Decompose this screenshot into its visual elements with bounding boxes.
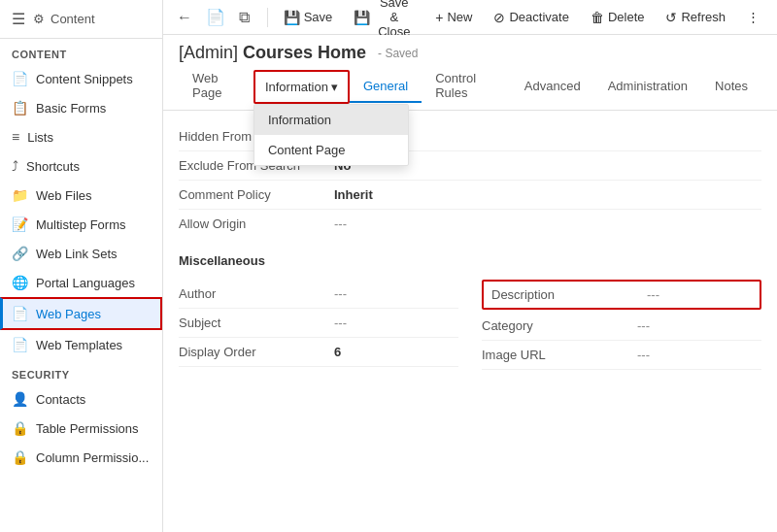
delete-label: Delete — [608, 10, 645, 24]
dropdown-content-page-label: Content Page — [268, 143, 346, 157]
more-button[interactable]: ⋮ — [737, 6, 769, 28]
sidebar-item-portal-languages[interactable]: 🌐 Portal Languages — [0, 268, 162, 297]
tab-general[interactable]: General — [350, 71, 422, 103]
sidebar-header: ☰ ⚙ Content — [0, 0, 162, 39]
sidebar-item-contacts[interactable]: 👤 Contacts — [0, 384, 162, 414]
comment-policy-row: Comment Policy Inherit — [179, 181, 761, 210]
sidebar-item-shortcuts[interactable]: ⤴ Shortcuts — [0, 151, 162, 181]
sidebar-item-lists[interactable]: ≡ Lists — [0, 122, 162, 151]
sidebar-item-content-snippets[interactable]: 📄 Content Snippets — [0, 64, 162, 93]
chevron-down-icon: ▾ — [331, 80, 338, 94]
page-header: [Admin] Courses Home - Saved — [163, 35, 777, 63]
sidebar-item-table-permissions[interactable]: 🔒 Table Permissions — [0, 414, 162, 443]
tab-notes[interactable]: Notes — [701, 71, 761, 103]
sidebar-item-label: Multistep Forms — [36, 217, 125, 232]
settings-item[interactable]: ⚙ Content — [33, 12, 95, 26]
tab-dropdown-label: Information — [265, 80, 328, 94]
main-content: ← 📄 ⧉ 💾 Save 💾 Save & Close + New ⊘ Deac… — [163, 0, 777, 532]
sidebar-item-label: Lists — [27, 130, 53, 145]
sidebar-item-web-templates[interactable]: 📄 Web Templates — [0, 330, 162, 359]
sidebar-section-security: Security 👤 Contacts 🔒 Table Permissions … — [0, 359, 162, 472]
sidebar-item-label: Shortcuts — [26, 159, 80, 174]
author-label: Author — [179, 286, 334, 301]
sidebar-item-label: Content Snippets — [36, 72, 133, 86]
sidebar-item-web-pages[interactable]: 📄 Web Pages — [0, 297, 162, 330]
sidebar-item-label: Basic Forms — [36, 101, 106, 116]
back-button[interactable]: ← — [171, 5, 198, 30]
refresh-button[interactable]: ↺ Refresh — [656, 6, 735, 29]
contacts-icon: 👤 — [12, 391, 28, 407]
save-close-icon: 💾 — [354, 10, 370, 25]
deactivate-label: Deactivate — [509, 10, 568, 24]
dropdown-item-content-page[interactable]: Content Page — [254, 135, 408, 165]
sidebar-item-multistep-forms[interactable]: 📝 Multistep Forms — [0, 210, 162, 239]
hamburger-icon[interactable]: ☰ — [12, 10, 25, 28]
save-label: Save — [304, 10, 333, 24]
content-snippets-icon: 📄 — [12, 71, 28, 86]
portal-languages-icon: 🌐 — [12, 275, 28, 290]
sidebar-item-label: Portal Languages — [36, 276, 135, 290]
page-title: [Admin] Courses Home — [179, 43, 366, 63]
content-section-title: Content — [0, 39, 162, 64]
image-url-row: Image URL --- — [482, 341, 761, 370]
tab-administration-label: Administration — [608, 79, 688, 93]
web-pages-icon: 📄 — [12, 306, 28, 321]
miscellaneous-section: Miscellaneous Author --- Subject --- Dis… — [179, 253, 761, 370]
sidebar-item-label: Web Link Sets — [36, 247, 118, 261]
allow-origin-value: --- — [334, 216, 347, 231]
dropdown-item-information[interactable]: Information — [254, 105, 408, 135]
category-label: Category — [482, 318, 637, 333]
web-files-icon: 📁 — [12, 187, 28, 203]
tab-notes-label: Notes — [715, 79, 748, 93]
category-row: Category --- — [482, 312, 761, 341]
sidebar-item-column-permissions[interactable]: 🔒 Column Permissio... — [0, 443, 162, 472]
page-saved-badge: - Saved — [378, 47, 418, 60]
tab-web-page[interactable]: Web Page — [179, 63, 253, 110]
new-button[interactable]: + New — [425, 6, 482, 29]
category-value: --- — [637, 318, 650, 333]
sidebar-item-label: Web Templates — [36, 338, 122, 352]
dropdown-information-label: Information — [268, 113, 331, 127]
shortcuts-icon: ⤴ — [12, 158, 18, 174]
copy-button[interactable]: ⧉ — [233, 5, 255, 30]
page-title-row: [Admin] Courses Home - Saved — [179, 43, 761, 63]
sidebar-item-label: Column Permissio... — [36, 450, 149, 465]
image-url-label: Image URL — [482, 348, 637, 362]
misc-left-column: Author --- Subject --- Display Order 6 — [179, 280, 458, 370]
comment-policy-label: Comment Policy — [179, 187, 334, 202]
display-order-value: 6 — [334, 345, 341, 359]
sidebar-item-label: Contacts — [36, 392, 85, 407]
tab-advanced[interactable]: Advanced — [511, 71, 594, 103]
tab-administration[interactable]: Administration — [594, 71, 701, 103]
author-row: Author --- — [179, 280, 458, 309]
tab-control-rules[interactable]: Control Rules — [422, 63, 511, 110]
sidebar-item-web-files[interactable]: 📁 Web Files — [0, 181, 162, 210]
tab-information-dropdown[interactable]: Information ▾ — [253, 70, 350, 104]
delete-button[interactable]: 🗑 Delete — [581, 6, 655, 29]
information-dropdown-menu: Information Content Page — [253, 104, 409, 166]
description-label: Description — [491, 287, 647, 302]
page-icon-button[interactable]: 📄 — [200, 4, 231, 30]
save-button[interactable]: 💾 Save — [274, 6, 343, 29]
toolbar-nav: ← 📄 ⧉ — [171, 4, 255, 30]
sidebar-section-content: Content 📄 Content Snippets 📋 Basic Forms… — [0, 39, 162, 359]
tab-bar: Web Page Information ▾ Information Conte… — [163, 63, 777, 111]
deactivate-button[interactable]: ⊘ Deactivate — [484, 6, 578, 29]
subject-label: Subject — [179, 316, 334, 330]
security-section-title: Security — [0, 359, 162, 384]
lists-icon: ≡ — [12, 129, 19, 145]
settings-icon: ⚙ — [33, 12, 45, 26]
content-area: Hidden From Sitemap * No Exclude From Se… — [163, 111, 777, 532]
web-link-sets-icon: 🔗 — [12, 246, 28, 261]
sidebar: ☰ ⚙ Content Content 📄 Content Snippets 📋… — [0, 0, 163, 532]
web-templates-icon: 📄 — [12, 337, 28, 352]
misc-section-title: Miscellaneous — [179, 253, 761, 268]
sidebar-item-label: Web Pages — [36, 307, 101, 321]
delete-icon: 🗑 — [591, 10, 604, 25]
comment-policy-value: Inherit — [334, 187, 373, 202]
sidebar-item-web-link-sets[interactable]: 🔗 Web Link Sets — [0, 239, 162, 268]
display-order-label: Display Order — [179, 345, 334, 359]
new-label: New — [447, 10, 472, 24]
sidebar-item-basic-forms[interactable]: 📋 Basic Forms — [0, 93, 162, 122]
tab-control-rules-label: Control Rules — [435, 71, 476, 100]
